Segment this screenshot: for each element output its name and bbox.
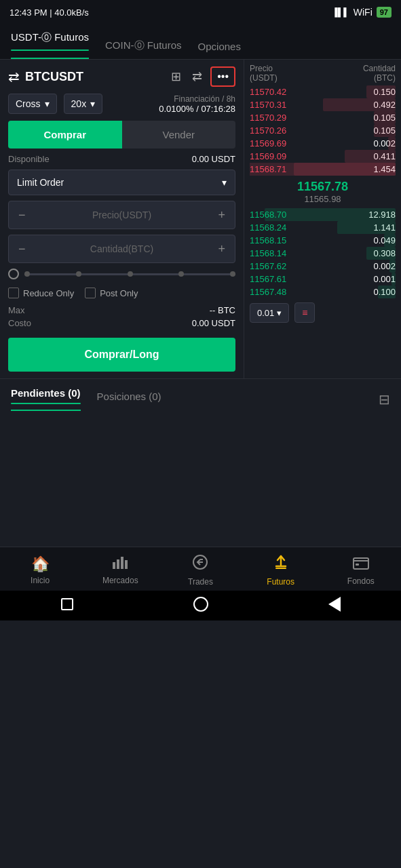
ob-sell-row-6[interactable]: 11569.09 0.411 bbox=[250, 150, 396, 163]
max-row: Max -- BTC bbox=[8, 305, 235, 315]
symbol-row: ⇄ BTCUSDT ⊞ ⇄ ••• bbox=[8, 66, 235, 87]
buy-button[interactable]: Comprar bbox=[8, 121, 122, 149]
back-button[interactable] bbox=[326, 596, 343, 612]
depth-select[interactable]: 0.01 ▾ bbox=[250, 303, 289, 323]
recent-apps-button[interactable] bbox=[59, 596, 75, 612]
order-type-select[interactable]: Limit Order ▾ bbox=[8, 170, 235, 195]
chart-icon-btn[interactable]: ⊞ bbox=[168, 66, 184, 87]
margin-type-select[interactable]: Cross ▾ bbox=[8, 94, 57, 114]
ob-sell-row-5[interactable]: 11569.69 0.002 bbox=[250, 137, 396, 150]
max-label: Max bbox=[8, 305, 25, 315]
ob-sell-row-7[interactable]: 11568.71 1.454 bbox=[250, 163, 396, 176]
post-only-box[interactable] bbox=[85, 288, 96, 298]
depth-icon-button[interactable]: ≡ bbox=[294, 302, 315, 323]
slider-dots bbox=[24, 271, 235, 277]
footer-inicio[interactable]: 🏠 Inicio bbox=[16, 555, 64, 585]
footer-inicio-label: Inicio bbox=[31, 576, 50, 585]
home-icon: 🏠 bbox=[31, 555, 50, 573]
mid-price-row: 11567.78 11565.98 bbox=[250, 176, 396, 208]
cost-label: Costo bbox=[8, 318, 31, 328]
ob-headers: Precio (USDT) Cantidad (BTC) bbox=[250, 64, 396, 83]
ob-buy-row-7[interactable]: 11567.48 0.100 bbox=[250, 285, 396, 298]
futures-icon bbox=[273, 554, 289, 574]
footer-mercados-label: Mercados bbox=[102, 576, 138, 585]
price-header: Precio (USDT) bbox=[250, 64, 278, 83]
price-input[interactable] bbox=[30, 203, 214, 227]
orders-list-icon: ⊟ bbox=[379, 392, 390, 407]
main-content: ⇄ BTCUSDT ⊞ ⇄ ••• Cross ▾ 20x ▾ Financia… bbox=[0, 60, 401, 378]
footer-fondos[interactable]: Fondos bbox=[337, 555, 385, 586]
ob-sell-row-1[interactable]: 11570.42 0.150 bbox=[250, 85, 396, 98]
chevron-down-icon-2: ▾ bbox=[90, 98, 95, 109]
qty-plus-button[interactable]: + bbox=[214, 239, 229, 259]
slider-track[interactable] bbox=[24, 273, 235, 275]
available-row: Disponible 0.00 USDT bbox=[8, 154, 235, 164]
orderbook-view-icon: ≡ bbox=[302, 307, 307, 318]
slider-row[interactable] bbox=[8, 269, 235, 279]
ob-buy-row-3[interactable]: 11568.15 0.049 bbox=[250, 234, 396, 247]
qty-input[interactable] bbox=[30, 237, 214, 261]
ob-buy-row-6[interactable]: 11567.61 0.001 bbox=[250, 273, 396, 285]
ob-buy-row-4[interactable]: 11568.14 0.308 bbox=[250, 247, 396, 260]
controls-row: Cross ▾ 20x ▾ Financiación / 8h 0.0100% … bbox=[8, 94, 235, 114]
symbol-left: ⇄ BTCUSDT bbox=[8, 68, 83, 85]
home-button[interactable] bbox=[193, 596, 209, 612]
status-icons: ▐▌▌ WiFi 97 bbox=[332, 7, 392, 18]
svg-rect-6 bbox=[356, 564, 359, 566]
ob-sell-row-4[interactable]: 11570.26 0.105 bbox=[250, 124, 396, 137]
slider-dot-25 bbox=[76, 271, 81, 277]
orders-icon-btn[interactable]: ⊟ bbox=[379, 391, 390, 408]
qty-minus-button[interactable]: − bbox=[14, 239, 30, 259]
footer-futuros[interactable]: Futuros bbox=[257, 554, 305, 587]
price-plus-button[interactable]: + bbox=[214, 205, 229, 225]
markets-icon bbox=[112, 555, 128, 573]
sell-button[interactable]: Vender bbox=[122, 121, 236, 149]
ob-sell-row-2[interactable]: 11570.31 0.492 bbox=[250, 98, 396, 111]
bottom-tabs-container: Pendientes (0) Posiciones (0) ⊟ bbox=[0, 378, 401, 411]
tab-coin-futures[interactable]: COIN-⓪ Futuros bbox=[105, 39, 182, 59]
reduce-only-box[interactable] bbox=[8, 288, 19, 298]
recent-apps-icon bbox=[61, 598, 73, 610]
depth-value: 0.01 bbox=[257, 308, 274, 318]
funding-rate: 0.0100% / 07:16:28 bbox=[159, 104, 235, 114]
swap-icon: ⇄ bbox=[8, 68, 20, 85]
cross-icon-btn[interactable]: ⇄ bbox=[189, 66, 205, 87]
footer-mercados[interactable]: Mercados bbox=[96, 555, 144, 585]
empty-orders-area bbox=[0, 411, 401, 547]
order-type-chevron: ▾ bbox=[222, 177, 227, 188]
price-minus-button[interactable]: − bbox=[14, 205, 30, 225]
leverage-select[interactable]: 20x ▾ bbox=[64, 94, 103, 114]
depth-row: 0.01 ▾ ≡ bbox=[250, 302, 396, 323]
bottom-tabs-row: Pendientes (0) Posiciones (0) ⊟ bbox=[0, 379, 401, 411]
left-panel: ⇄ BTCUSDT ⊞ ⇄ ••• Cross ▾ 20x ▾ Financia… bbox=[0, 60, 244, 378]
reduce-only-checkbox[interactable]: Reduce Only bbox=[8, 288, 74, 298]
cost-row: Costo 0.00 USDT bbox=[8, 318, 235, 328]
checkboxes-row: Reduce Only Post Only bbox=[8, 288, 235, 298]
post-only-checkbox[interactable]: Post Only bbox=[85, 288, 138, 298]
status-time: 12:43 PM | 40.0kB/s bbox=[9, 7, 89, 18]
symbol-name[interactable]: BTCUSDT bbox=[25, 70, 83, 84]
slider-dot-0 bbox=[24, 271, 30, 277]
buy-long-button[interactable]: Comprar/Long bbox=[8, 338, 235, 372]
chevron-down-icon: ▾ bbox=[45, 98, 50, 109]
tab-opciones[interactable]: Opciones bbox=[198, 41, 241, 59]
ob-sell-row-3[interactable]: 11570.29 0.105 bbox=[250, 111, 396, 124]
tab-usdt-futures[interactable]: USDT-⓪ Futuros bbox=[11, 31, 89, 59]
status-bar: 12:43 PM | 40.0kB/s ▐▌▌ WiFi 97 bbox=[0, 0, 401, 24]
slider-dot-50 bbox=[128, 271, 133, 277]
back-icon bbox=[328, 597, 341, 612]
footer-trades[interactable]: Trades bbox=[176, 554, 224, 587]
svg-rect-5 bbox=[354, 558, 368, 569]
footer-trades-label: Trades bbox=[188, 577, 213, 587]
footer-futuros-label: Futuros bbox=[267, 577, 294, 587]
ob-buy-row-2[interactable]: 11568.24 1.141 bbox=[250, 221, 396, 234]
ob-buy-row-5[interactable]: 11567.62 0.002 bbox=[250, 260, 396, 273]
funding-label: Financiación / 8h bbox=[174, 94, 235, 104]
more-options-button[interactable]: ••• bbox=[210, 66, 235, 87]
tab-posiciones[interactable]: Posiciones (0) bbox=[97, 391, 161, 408]
tab-pendientes[interactable]: Pendientes (0) bbox=[11, 387, 81, 411]
cost-value: 0.00 USDT bbox=[192, 318, 235, 328]
ob-buy-row-1[interactable]: 11568.70 12.918 bbox=[250, 208, 396, 221]
svg-rect-1 bbox=[117, 559, 119, 569]
slider-thumb[interactable] bbox=[8, 269, 19, 279]
